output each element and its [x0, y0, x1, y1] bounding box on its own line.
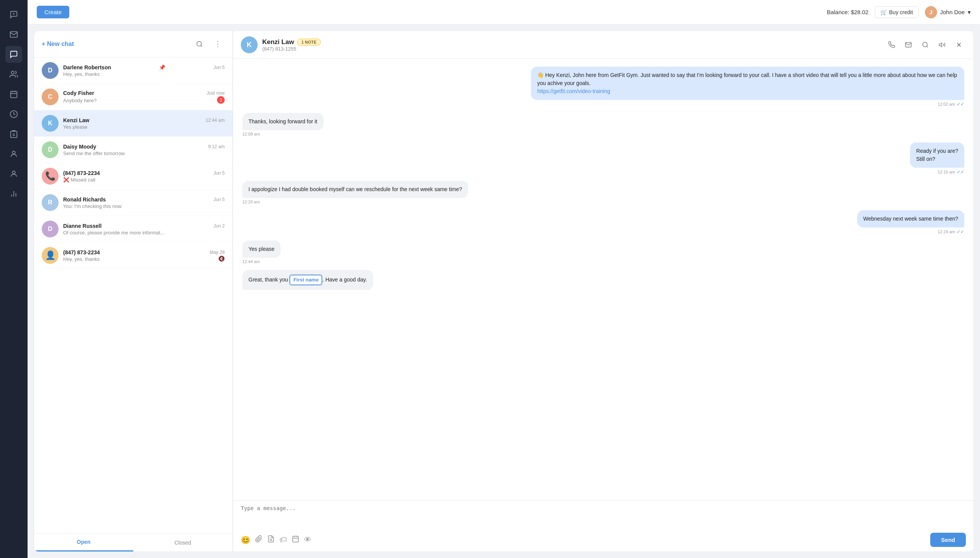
- message-link-m1[interactable]: https://getfit.com/video-training: [537, 88, 610, 94]
- chat-preview-dianne: Of course, please provide me more inform…: [63, 230, 225, 236]
- tab-closed[interactable]: Closed: [133, 533, 232, 551]
- chat-preview-phone1: ❌ Missed call: [63, 177, 225, 183]
- svg-point-12: [12, 171, 15, 174]
- message-time-m4: 12:20 am: [242, 200, 260, 204]
- cart-icon: 🛒: [880, 9, 887, 15]
- search-icon[interactable]: [193, 37, 206, 51]
- chat-time-phone1: Jun 5: [214, 171, 225, 176]
- nav-chart-icon[interactable]: [5, 185, 22, 202]
- chat-name-ronald: Ronald Richards: [63, 197, 106, 203]
- emoji-icon[interactable]: 😊: [241, 535, 250, 545]
- chat-avatar-dianne: D: [42, 221, 59, 238]
- buy-credit-label: Buy credit: [889, 9, 913, 15]
- message-row-m2: Thanks, looking forward for it12:08 am: [242, 113, 964, 136]
- mute-icon-phone2: 🔇: [218, 256, 225, 262]
- message-meta-m2: 12:08 am: [242, 132, 260, 136]
- chat-name-cody: Cody Fisher: [63, 90, 94, 96]
- conv-info: Kenzi Law 1 NOTE (847) 813-1255: [262, 38, 880, 52]
- chat-name-phone2: (847) 873-2234: [63, 249, 100, 256]
- chat-time-ronald: Jun 5: [214, 197, 225, 202]
- chat-preview-ronald: You: I'm checking this now: [63, 204, 225, 209]
- message-bubble-m4: I appologize I had double booked myself …: [242, 181, 468, 198]
- tab-open[interactable]: Open: [34, 533, 133, 551]
- email-icon[interactable]: [901, 38, 915, 52]
- message-time-m1: 12:02 am: [937, 102, 955, 107]
- check-icon-m5: ✓✓: [957, 229, 964, 235]
- chat-item-kenzi[interactable]: KKenzi Law12:44 amYes please: [34, 110, 232, 137]
- sidebar-nav: [0, 0, 28, 558]
- topbar: Create Balance: $28.02 🛒 Buy credit J Jo…: [28, 0, 980, 25]
- chat-item-daisy[interactable]: DDaisy Moody9:12 amSend me the offer tom…: [34, 137, 232, 163]
- chat-avatar-darlene: D: [42, 62, 59, 79]
- message-row-m4: I appologize I had double booked myself …: [242, 181, 964, 204]
- app-area: + New chat ⋮ DDarlene Robertson📌Jun 5Hey…: [28, 25, 980, 558]
- chat-preview-kenzi: Yes please: [63, 124, 225, 130]
- tag-icon[interactable]: 🏷: [280, 535, 287, 544]
- check-icon-m1: ✓✓: [957, 102, 964, 107]
- conversation-panel: K Kenzi Law 1 NOTE (847) 813-1255: [233, 31, 974, 552]
- chat-item-cody[interactable]: CCody FisherJust nowAnybody here?2: [34, 84, 232, 110]
- nav-clipboard-icon[interactable]: [5, 126, 22, 143]
- chevron-down-icon: ▾: [968, 9, 971, 16]
- nav-compose-icon[interactable]: [5, 6, 22, 23]
- schedule-icon[interactable]: [292, 535, 299, 545]
- chat-time-daisy: 9:12 am: [208, 144, 225, 149]
- conv-phone: (847) 813-1255: [262, 46, 880, 52]
- buy-credit-button[interactable]: 🛒 Buy credit: [875, 7, 919, 18]
- svg-line-17: [201, 45, 202, 46]
- chat-time-dianne: Jun 2: [214, 223, 225, 229]
- chat-item-dianne[interactable]: DDianne RussellJun 2Of course, please pr…: [34, 216, 232, 243]
- nav-team-icon[interactable]: [5, 146, 22, 162]
- notes-icon[interactable]: [267, 535, 275, 545]
- chat-time-phone2: May 28: [210, 250, 225, 255]
- svg-rect-25: [293, 536, 299, 542]
- chat-list: DDarlene Robertson📌Jun 5Hey, yes, thanks…: [34, 57, 232, 533]
- nav-inbox-icon[interactable]: [5, 26, 22, 43]
- volume-icon[interactable]: [935, 38, 949, 52]
- chat-time-cody: Just now: [207, 90, 225, 96]
- first-name-tag: First name: [290, 275, 322, 285]
- message-meta-m1: 12:02 am✓✓: [937, 102, 964, 107]
- message-meta-m4: 12:20 am: [242, 200, 260, 204]
- nav-history-icon[interactable]: [5, 106, 22, 123]
- chat-name-darlene: Darlene Robertson: [63, 64, 111, 71]
- nav-users-icon[interactable]: [5, 66, 22, 83]
- conv-search-icon[interactable]: [918, 38, 932, 52]
- msg-toolbar: 😊 🏷 👁 Send: [241, 533, 966, 547]
- chat-item-darlene[interactable]: DDarlene Robertson📌Jun 5Hey, yes, thanks: [34, 57, 232, 84]
- new-chat-button[interactable]: + New chat: [42, 41, 188, 48]
- nav-calendar-icon[interactable]: [5, 86, 22, 103]
- message-bubble-m6: Yes please: [242, 241, 281, 258]
- nav-chat-icon[interactable]: [5, 46, 22, 63]
- messages-area: 👋 Hey Kenzi, John here from GetFit Gym. …: [233, 59, 973, 500]
- send-button[interactable]: Send: [930, 533, 966, 547]
- conv-name: Kenzi Law 1 NOTE: [262, 38, 880, 46]
- svg-line-19: [926, 46, 928, 47]
- chat-avatar-phone2: 👤: [42, 247, 59, 264]
- chat-item-phone1[interactable]: 📞(847) 873-2234Jun 5❌ Missed call: [34, 163, 232, 190]
- user-menu[interactable]: J John Doe ▾: [925, 6, 971, 18]
- note-badge: 1 NOTE: [297, 39, 321, 46]
- attachment-icon[interactable]: [255, 535, 263, 545]
- chat-item-phone2[interactable]: 👤(847) 873-2234May 28Hey, yes, thanks🔇: [34, 243, 232, 269]
- chat-avatar-daisy: D: [42, 141, 59, 158]
- chat-avatar-cody: C: [42, 89, 59, 105]
- eye-icon[interactable]: 👁: [304, 535, 312, 544]
- chat-preview-daisy: Send me the offer tomorrow: [63, 151, 225, 156]
- phone-call-icon[interactable]: [885, 38, 898, 52]
- create-button[interactable]: Create: [37, 6, 69, 18]
- chat-panel-footer: Open Closed: [34, 533, 232, 551]
- more-options-icon[interactable]: ⋮: [211, 37, 225, 51]
- chat-item-ronald[interactable]: RRonald RichardsJun 5You: I'm checking t…: [34, 190, 232, 216]
- chat-preview-phone2: Hey, yes, thanks: [63, 256, 216, 262]
- chat-name-daisy: Daisy Moody: [63, 144, 96, 150]
- check-icon-m3: ✓✓: [957, 169, 964, 175]
- message-input[interactable]: [241, 505, 966, 528]
- close-conv-icon[interactable]: [952, 38, 966, 52]
- chat-name-dianne: Dianne Russell: [63, 223, 101, 229]
- nav-user-icon[interactable]: [5, 166, 22, 182]
- svg-point-11: [12, 151, 15, 154]
- conv-actions: [885, 38, 966, 52]
- chat-avatar-phone1: 📞: [42, 168, 59, 185]
- message-meta-m5: 12:24 am✓✓: [937, 229, 964, 235]
